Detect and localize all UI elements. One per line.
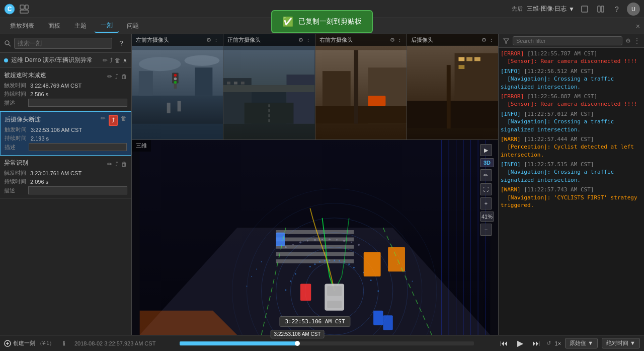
svg-rect-52: [276, 252, 354, 256]
time-mode-dropdown[interactable]: 原始值 ▼: [565, 338, 598, 348]
view-3d: 三维 ▶ 3D ✏ ⛶ + 41% −: [132, 140, 498, 335]
svg-rect-30: [241, 82, 245, 85]
camera-right-more-icon[interactable]: ⋮: [397, 37, 403, 43]
log-entry-2-text: [INFO]: [501, 68, 521, 75]
section-header[interactable]: 运维 Demo 演示/车辆识别异常 ✏ ⤴ 🗑 ∧: [0, 53, 131, 68]
search-help-icon[interactable]: ?: [115, 37, 127, 49]
svg-rect-87: [388, 247, 405, 271]
camera-duration-label: 持续时间: [5, 134, 29, 142]
svg-rect-19: [139, 71, 153, 96]
logo-icon[interactable]: C: [4, 4, 15, 15]
avatar[interactable]: U: [627, 3, 640, 16]
top-bar-left: C: [4, 4, 29, 15]
event-speeding-desc-input[interactable]: [28, 99, 127, 107]
help-icon[interactable]: ?: [611, 3, 623, 15]
refresh-icon[interactable]: ↺: [546, 340, 551, 346]
edit-icon[interactable]: ✏: [103, 57, 108, 64]
log-entry-5: [WARN] [11:22:57.444 AM CST] [Perception…: [501, 135, 642, 159]
event-anomaly-edit-icon[interactable]: ✏: [107, 161, 112, 168]
tab-theme[interactable]: 主题: [68, 20, 93, 32]
event-anomaly: 异常识别 ✏ ⤴ 🗑 触发时间 3:23:01.761 AM CST 持续时间 …: [0, 156, 131, 199]
svg-point-66: [339, 260, 340, 261]
view-3d-label: 三维: [136, 142, 147, 150]
camera-right-settings-icon[interactable]: ⚙: [390, 37, 395, 43]
3d-fullscreen-button[interactable]: ⛶: [480, 183, 492, 195]
svg-point-107: [329, 238, 331, 240]
svg-point-72: [285, 290, 286, 291]
search-icon: [4, 40, 11, 47]
event-camera-duration-field: 持续时间 2.193 s: [5, 134, 127, 142]
search-input[interactable]: [14, 38, 112, 49]
svg-rect-5: [582, 6, 588, 12]
view-dropdown[interactable]: 三维·图像·日志 ▼: [527, 5, 575, 13]
event-camera-desc-input[interactable]: [29, 143, 127, 151]
tab-close-button[interactable]: ×: [636, 22, 640, 30]
section-indicator: [4, 58, 8, 62]
3d-pencil-button[interactable]: ✏: [480, 169, 492, 181]
timeline-thumb[interactable]: [295, 341, 300, 346]
log-content: [ERROR] [11:22:55.787 AM CST] [Sensor]: …: [499, 48, 644, 335]
camera-right-scene: [315, 34, 407, 139]
camera-rear-more-icon[interactable]: ⋮: [489, 37, 494, 43]
section-actions: ✏ ⤴ 🗑: [103, 57, 121, 64]
event-speeding-share-icon[interactable]: ⤴: [115, 73, 118, 80]
abs-chevron-icon: ▼: [630, 340, 635, 346]
info-icon[interactable]: ℹ: [58, 337, 70, 349]
create-moment-button[interactable]: 创建一刻 （¥·1）: [4, 339, 54, 347]
event-anomaly-delete-icon[interactable]: 🗑: [121, 161, 127, 168]
camera-front-settings-icon[interactable]: ⚙: [298, 37, 303, 43]
3d-play-button[interactable]: ▶: [480, 144, 492, 156]
log-settings-icon[interactable]: ⚙: [625, 37, 631, 44]
svg-rect-20: [195, 67, 212, 96]
timeline-progress: [180, 341, 297, 345]
duration-label: 持续时间: [4, 90, 28, 98]
event-anomaly-share-icon[interactable]: ⤴: [115, 161, 118, 168]
layout-single-icon[interactable]: [579, 3, 591, 15]
svg-point-109: [343, 240, 345, 242]
3d-zoom-level: 41%: [480, 212, 494, 222]
camera-left-more-icon[interactable]: ⋮: [213, 37, 219, 43]
layout-icon[interactable]: [19, 4, 29, 14]
skip-back-button[interactable]: ⏮: [498, 337, 510, 349]
svg-rect-43: [466, 57, 472, 61]
svg-point-12: [139, 57, 181, 71]
tab-panel[interactable]: 面板: [42, 20, 66, 32]
timeline-tooltip: 3:22:53.106 AM CST: [271, 330, 325, 338]
svg-rect-49: [276, 230, 354, 234]
tab-playlist[interactable]: 播放列表: [4, 20, 40, 32]
tab-issue[interactable]: 问题: [121, 20, 145, 32]
layout-split-icon[interactable]: [595, 3, 607, 15]
anomaly-desc-label: 描述: [4, 187, 28, 194]
svg-text:C: C: [8, 6, 12, 13]
camera-rear-settings-icon[interactable]: ⚙: [481, 37, 487, 43]
delete-icon[interactable]: 🗑: [115, 57, 121, 64]
3d-zoom-in-button[interactable]: +: [480, 197, 492, 209]
skip-forward-button[interactable]: ⏭: [530, 337, 542, 349]
event-camera-share-icon[interactable]: ⤴: [109, 115, 118, 126]
share-icon[interactable]: ⤴: [110, 57, 113, 64]
svg-point-105: [314, 239, 316, 241]
event-anomaly-desc-input[interactable]: [28, 186, 127, 194]
event-camera-edit-icon[interactable]: ✏: [101, 115, 106, 126]
sidebar-search-bar: ?: [0, 34, 131, 53]
camera-front-more-icon[interactable]: ⋮: [305, 37, 311, 43]
svg-point-71: [290, 280, 291, 282]
event-speeding-edit-icon[interactable]: ✏: [107, 73, 112, 80]
svg-rect-46: [447, 65, 451, 128]
svg-rect-21: [167, 103, 171, 113]
log-more-icon[interactable]: ⋮: [634, 37, 640, 44]
camera-left-front-actions: ⚙ ⋮: [206, 37, 219, 43]
log-entry-1-text: [ERROR]: [501, 50, 524, 57]
3d-zoom-out-button[interactable]: −: [480, 224, 492, 236]
camera-left-settings-icon[interactable]: ⚙: [206, 37, 211, 43]
time-mode-label: 原始值: [570, 340, 586, 346]
event-speeding-delete-icon[interactable]: 🗑: [121, 73, 127, 80]
log-search-input[interactable]: [513, 36, 622, 45]
tab-moment[interactable]: 一刻: [95, 19, 119, 33]
timeline-bar[interactable]: 3:22:53.106 AM CST: [180, 341, 473, 345]
collapse-icon[interactable]: ∧: [123, 57, 127, 64]
event-camera-delete-icon[interactable]: 🗑: [121, 115, 127, 126]
abs-mode-dropdown[interactable]: 绝对时间 ▼: [602, 338, 640, 348]
play-button[interactable]: ▶: [514, 337, 526, 349]
svg-rect-27: [223, 85, 314, 92]
